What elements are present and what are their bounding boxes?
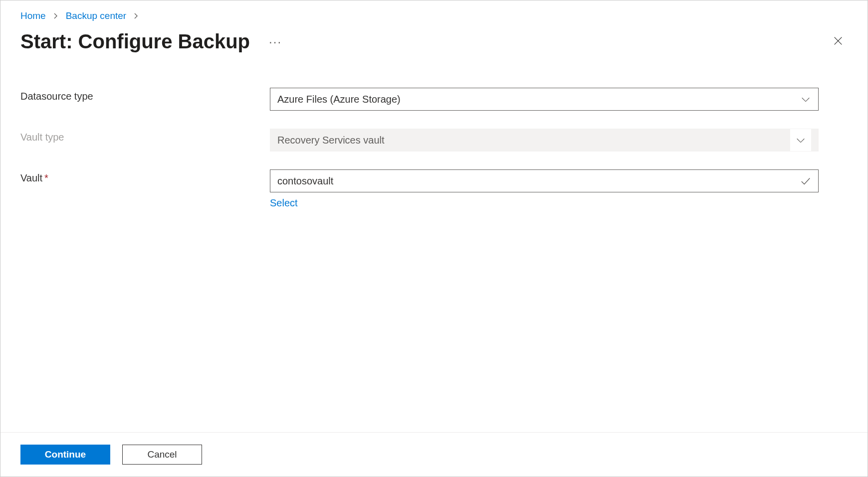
vault-type-value: Recovery Services vault [277, 135, 790, 146]
vault-value: contosovault [277, 175, 800, 187]
required-indicator: * [44, 172, 48, 183]
breadcrumb-home[interactable]: Home [20, 10, 46, 21]
page-title: Start: Configure Backup [20, 30, 250, 53]
checkmark-icon [800, 175, 811, 186]
select-vault-link[interactable]: Select [270, 197, 298, 209]
vault-type-label: Vault type [20, 129, 270, 143]
close-button[interactable] [829, 31, 848, 52]
header-row: Start: Configure Backup ··· [20, 30, 848, 53]
breadcrumb: Home Backup center [20, 10, 848, 21]
vault-label: Vault* [20, 169, 270, 184]
cancel-button[interactable]: Cancel [122, 445, 202, 465]
close-icon [833, 35, 844, 46]
vault-type-select: Recovery Services vault [270, 129, 819, 152]
vault-label-text: Vault [20, 172, 42, 183]
datasource-type-value: Azure Files (Azure Storage) [277, 94, 800, 105]
chevron-down-icon [800, 94, 811, 105]
footer: Continue Cancel [0, 432, 868, 477]
datasource-type-select[interactable]: Azure Files (Azure Storage) [270, 88, 819, 111]
chevron-right-icon [53, 11, 59, 21]
more-actions-button[interactable]: ··· [265, 33, 286, 51]
continue-button[interactable]: Continue [20, 445, 110, 465]
chevron-down-icon [790, 129, 811, 151]
breadcrumb-backup-center[interactable]: Backup center [66, 10, 126, 21]
datasource-type-label: Datasource type [20, 88, 270, 102]
chevron-right-icon [133, 11, 139, 21]
form-area: Datasource type Azure Files (Azure Stora… [20, 88, 848, 477]
vault-select[interactable]: contosovault [270, 169, 819, 192]
